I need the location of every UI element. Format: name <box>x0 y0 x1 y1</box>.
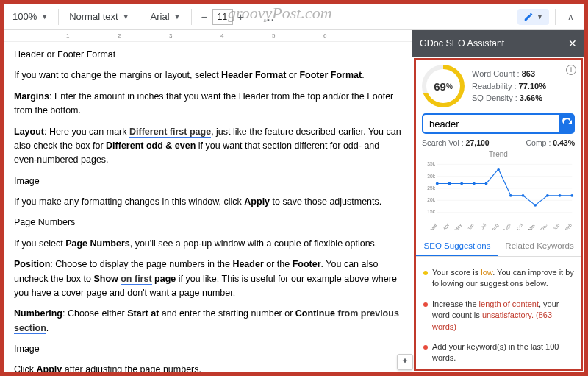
doc-line: Margins: Enter the amount in inches that… <box>14 90 401 118</box>
seo-sidebar: GDoc SEO Assistant ✕ 69% Word Count : 86… <box>412 30 584 372</box>
svg-text:Dec: Dec <box>539 222 548 230</box>
keyword-input[interactable] <box>422 113 560 134</box>
refresh-icon <box>562 118 573 130</box>
editor-area: 1 2 3 4 5 6 Header or Footer Format If y… <box>4 30 412 372</box>
svg-point-14 <box>485 182 488 185</box>
sidebar-title: GDoc SEO Assistant <box>420 38 504 49</box>
chevron-down-icon: ▼ <box>174 13 181 21</box>
svg-point-17 <box>522 194 525 197</box>
editing-mode-button[interactable]: ▼ <box>517 9 549 25</box>
doc-line: If you want to change the margins or lay… <box>14 68 401 82</box>
svg-text:Oct: Oct <box>515 222 523 230</box>
chevron-down-icon: ▼ <box>123 13 129 21</box>
trend-chart: 15k20k25k30k35kMarAprMayJunJulAugSeptOct… <box>422 160 575 230</box>
svg-point-10 <box>436 182 439 185</box>
separator <box>191 9 192 25</box>
svg-text:Nov: Nov <box>527 221 537 230</box>
score-gauge: 69% <box>422 65 465 107</box>
tab-seo-suggestions[interactable]: SEO Suggestions <box>416 235 498 256</box>
font-size-decrease[interactable]: − <box>198 9 211 25</box>
font-size-value[interactable]: 11 <box>212 9 233 25</box>
info-icon[interactable]: i <box>566 65 576 75</box>
document-body[interactable]: Header or Footer Format If you want to c… <box>4 42 412 372</box>
doc-line: Numbering: Choose either Start at and en… <box>14 307 401 336</box>
doc-line: Click Apply after adjusting the page num… <box>14 363 401 372</box>
zoom-select[interactable]: 100% ▼ <box>8 10 52 24</box>
svg-point-11 <box>448 182 451 185</box>
search-button[interactable] <box>560 113 575 134</box>
svg-text:Jan: Jan <box>552 222 561 230</box>
close-icon[interactable]: ✕ <box>568 38 577 49</box>
doc-line: If you make any formatting changes in th… <box>14 195 401 209</box>
svg-text:30k: 30k <box>427 174 435 179</box>
svg-text:Feb: Feb <box>564 222 573 230</box>
separator <box>140 9 140 25</box>
paragraph-style-select[interactable]: Normal text ▼ <box>65 10 133 24</box>
chevron-down-icon: ▼ <box>41 13 48 21</box>
score-stats: Word Count : 863 Readability : 77.10% SQ… <box>472 68 546 104</box>
svg-point-15 <box>497 168 500 171</box>
svg-text:May: May <box>453 221 463 230</box>
svg-point-13 <box>473 182 476 185</box>
svg-point-19 <box>546 194 549 197</box>
svg-text:25k: 25k <box>427 185 435 191</box>
svg-text:20k: 20k <box>427 197 435 202</box>
doc-line: Position: Choose to display the page num… <box>14 258 401 300</box>
separator <box>555 9 556 25</box>
separator <box>58 9 59 25</box>
svg-text:Mar: Mar <box>429 222 438 230</box>
suggestion-item: Add your keyword(s) in the last 100 word… <box>422 337 575 369</box>
svg-point-20 <box>559 194 562 197</box>
tab-related-keywords[interactable]: Related Keywords <box>498 235 581 256</box>
sidebar-tabs: SEO Suggestions Related Keywords <box>416 235 581 257</box>
plus-icon <box>400 357 410 367</box>
doc-line: Layout: Here you can mark Different firs… <box>14 125 401 168</box>
trend-label: Trend <box>422 150 575 158</box>
font-size-increase[interactable]: + <box>234 9 248 25</box>
sidebar-titlebar: GDoc SEO Assistant ✕ <box>412 30 584 57</box>
doc-line: Page Numbers <box>14 216 401 230</box>
volume-row: Search Vol : 27,100 Comp : 0.43% <box>422 138 575 147</box>
svg-text:15k: 15k <box>427 210 435 215</box>
zoom-value: 100% <box>12 11 37 22</box>
suggestion-item: Increase the length of content, your wor… <box>422 294 575 337</box>
suggestions-list: Your score is low. You can improve it by… <box>422 263 575 369</box>
svg-text:35k: 35k <box>427 161 435 166</box>
toolbar: 100% ▼ Normal text ▼ Arial ▼ − 11 + … ▼ … <box>4 4 584 30</box>
font-select[interactable]: Arial ▼ <box>146 10 185 24</box>
chevron-down-icon: ▼ <box>537 13 543 21</box>
doc-line: Header or Footer Format <box>14 48 401 62</box>
pencil-icon <box>523 12 534 22</box>
more-tools[interactable]: … <box>260 10 278 24</box>
svg-point-21 <box>570 194 573 197</box>
doc-line: If you select Page Numbers, you'll see a… <box>14 237 401 251</box>
svg-text:Apr: Apr <box>442 222 450 230</box>
style-value: Normal text <box>69 11 118 22</box>
separator <box>254 9 254 25</box>
suggestion-item: Your score is low. You can improve it by… <box>422 263 575 294</box>
font-size-group: − 11 + <box>198 9 248 25</box>
font-value: Arial <box>151 11 170 22</box>
svg-text:Aug: Aug <box>490 222 499 230</box>
svg-text:Sept: Sept <box>502 222 512 230</box>
svg-point-16 <box>509 194 512 197</box>
doc-line: Image <box>14 174 401 188</box>
svg-text:Jun: Jun <box>466 222 475 230</box>
svg-point-18 <box>534 204 537 207</box>
explore-button[interactable] <box>397 354 413 370</box>
svg-point-12 <box>460 182 463 185</box>
ruler[interactable]: 1 2 3 4 5 6 <box>4 30 412 42</box>
doc-line: Image <box>14 342 401 356</box>
svg-text:Jul: Jul <box>479 222 487 230</box>
collapse-toolbar[interactable]: ∧ <box>562 12 580 22</box>
